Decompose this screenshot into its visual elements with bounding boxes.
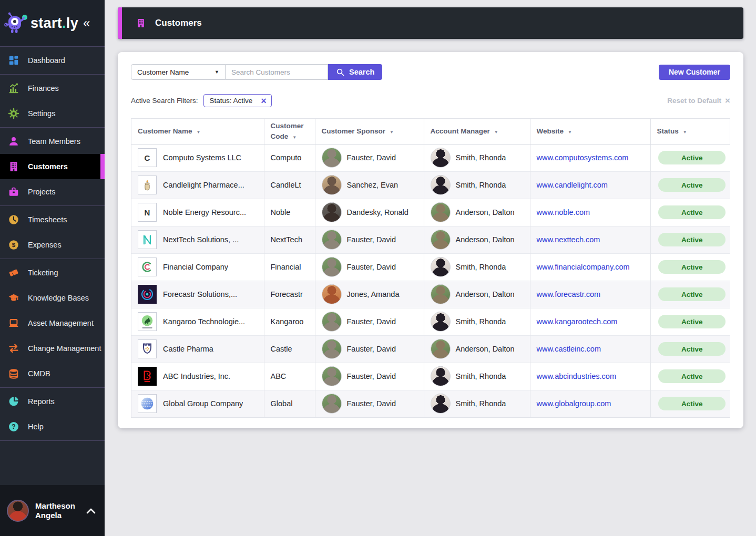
sidebar-item-dashboard[interactable]: Dashboard <box>0 48 105 73</box>
account-manager-cell: Anderson, Dalton <box>424 335 530 363</box>
customer-sponsor-cell: Dandesky, Ronald <box>315 199 424 226</box>
search-toolbar: Customer Name ▼ Search New Customer <box>131 64 730 80</box>
sidebar-item-reports[interactable]: Reports <box>0 389 105 414</box>
sidebar-item-finances[interactable]: Finances <box>0 76 105 101</box>
column-header-website[interactable]: Website▼ <box>530 119 650 144</box>
page-header-bar: Customers <box>118 7 743 39</box>
account-manager-cell: Anderson, Dalton <box>424 281 530 308</box>
search-field-select[interactable]: Customer Name ▼ <box>131 64 226 80</box>
column-header-account-manager[interactable]: Account Manager▼ <box>424 119 530 144</box>
customer-name-cell: Financial Company <box>131 253 264 281</box>
sidebar-collapse-icon[interactable]: « <box>83 17 90 29</box>
website-link[interactable]: www.nexttech.com <box>537 235 600 244</box>
column-header-customer-name[interactable]: Customer Name▼ <box>131 119 264 144</box>
sponsor-name: Fauster, David <box>347 345 396 353</box>
website-link[interactable]: www.kangarootech.com <box>537 317 618 326</box>
sidebar-item-cmdb[interactable]: CMDB <box>0 361 105 386</box>
sidebar-item-label: Ticketing <box>28 269 58 277</box>
customer-code-cell: Global <box>264 390 315 417</box>
company-logo-kangaroo <box>138 312 157 331</box>
sort-caret-icon: ▼ <box>390 130 394 135</box>
customer-code: NextTech <box>271 235 302 244</box>
company-logo-candlelt <box>138 176 157 194</box>
website-link[interactable]: www.castleinc.com <box>537 345 601 353</box>
active-filters-row: Active Search Filters: Status: Active × … <box>131 94 730 107</box>
company-logo-noble: N <box>138 203 157 222</box>
sidebar-item-projects[interactable]: Projects <box>0 179 105 204</box>
robot-logo-icon <box>4 12 29 35</box>
table-row[interactable]: Financial CompanyFinancialFauster, David… <box>131 253 730 281</box>
website-link[interactable]: www.globalgroup.com <box>537 399 611 408</box>
company-logo-nexttech <box>138 230 157 249</box>
avatar <box>322 284 342 304</box>
table-row[interactable]: Global Group CompanyGlobalFauster, David… <box>131 390 730 417</box>
avatar <box>322 257 342 277</box>
sidebar-item-customers[interactable]: Customers <box>0 154 105 179</box>
finances-chart-icon <box>7 82 20 95</box>
status-cell: Active <box>650 226 730 253</box>
nav-group: Team MembersCustomersProjects <box>0 128 105 206</box>
website-link[interactable]: www.forecastr.com <box>537 290 601 298</box>
column-header-customer-code[interactable]: Customer Code▼ <box>264 119 315 144</box>
sidebar-item-ticketing[interactable]: Ticketing <box>0 260 105 285</box>
customer-code-cell: CandleLt <box>264 171 315 199</box>
account-manager-name: Smith, Rhonda <box>456 317 506 326</box>
customer-code-cell: Castle <box>264 335 315 363</box>
account-manager-name: Anderson, Dalton <box>456 290 515 298</box>
search-input[interactable] <box>226 64 328 80</box>
table-row[interactable]: Castle PharmaCastleFauster, DavidAnderso… <box>131 335 730 363</box>
customer-code-cell: Financial <box>264 253 315 281</box>
table-row[interactable]: CComputo Systems LLCComputoFauster, Davi… <box>131 144 730 171</box>
column-header-status[interactable]: Status▼ <box>650 119 730 144</box>
svg-text:$: $ <box>12 242 16 248</box>
chevron-up-icon[interactable] <box>86 507 96 514</box>
website-link[interactable]: www.abcindustries.com <box>537 372 617 380</box>
company-logo-global <box>138 394 157 413</box>
sidebar-item-asset-management[interactable]: Asset Management <box>0 311 105 336</box>
status-cell: Active <box>650 253 730 281</box>
sidebar-item-change-management[interactable]: Change Management <box>0 336 105 361</box>
sidebar-item-settings[interactable]: Settings <box>0 101 105 126</box>
website-link[interactable]: www.noble.com <box>537 208 590 217</box>
company-logo-abc <box>138 367 157 386</box>
table-row[interactable]: NextTech Solutions, ...NextTechFauster, … <box>131 226 730 253</box>
customer-code-cell: Noble <box>264 199 315 226</box>
sidebar-item-timesheets[interactable]: Timesheets <box>0 207 105 232</box>
website-cell: www.globalgroup.com <box>530 390 650 417</box>
table-row[interactable]: NNoble Energy Resourc...NobleDandesky, R… <box>131 199 730 226</box>
reset-to-default-button[interactable]: Reset to Default × <box>667 96 730 105</box>
avatar <box>431 394 451 414</box>
sponsor-name: Fauster, David <box>347 317 396 326</box>
nav-group: FinancesSettings <box>0 75 105 128</box>
projects-briefcase-icon <box>7 185 20 198</box>
website-link[interactable]: www.computosystems.com <box>537 153 629 162</box>
sidebar-item-knowledge-bases[interactable]: Knowledge Bases <box>0 285 105 311</box>
customer-name-cell: NextTech Solutions, ... <box>131 226 264 253</box>
table-row[interactable]: ABC Industries, Inc.ABCFauster, DavidSmi… <box>131 363 730 390</box>
sidebar-item-label: Change Management <box>28 344 101 353</box>
status-badge: Active <box>658 397 726 410</box>
sidebar-item-expenses[interactable]: $Expenses <box>0 232 105 257</box>
website-link[interactable]: www.candlelight.com <box>537 181 608 189</box>
user-menu[interactable]: Martheson Angela <box>0 485 105 536</box>
sort-caret-icon: ▼ <box>494 130 498 135</box>
account-manager-cell: Smith, Rhonda <box>424 171 530 199</box>
status-cell: Active <box>650 390 730 417</box>
sidebar-item-team-members[interactable]: Team Members <box>0 129 105 154</box>
search-button[interactable]: Search <box>328 64 382 80</box>
account-manager-name: Anderson, Dalton <box>456 235 515 244</box>
status-badge: Active <box>658 260 726 274</box>
column-header-customer-sponsor[interactable]: Customer Sponsor▼ <box>315 119 424 144</box>
website-cell: www.kangarootech.com <box>530 308 650 335</box>
remove-filter-icon[interactable]: × <box>261 96 267 106</box>
column-header-label: Customer Code <box>271 122 304 140</box>
account-manager-cell: Anderson, Dalton <box>424 226 530 253</box>
table-row[interactable]: Forecastr Solutions,...ForecastrJones, A… <box>131 281 730 308</box>
new-customer-button[interactable]: New Customer <box>659 65 730 80</box>
website-link[interactable]: www.financialcompany.com <box>537 263 630 271</box>
expenses-coin-icon: $ <box>7 239 20 251</box>
filter-chip-status-active[interactable]: Status: Active × <box>203 94 272 107</box>
table-row[interactable]: Kangaroo Technologie...KangarooFauster, … <box>131 308 730 335</box>
sidebar-item-help[interactable]: ?Help <box>0 414 105 439</box>
table-row[interactable]: Candlelight Pharmace...CandleLtSanchez, … <box>131 171 730 199</box>
